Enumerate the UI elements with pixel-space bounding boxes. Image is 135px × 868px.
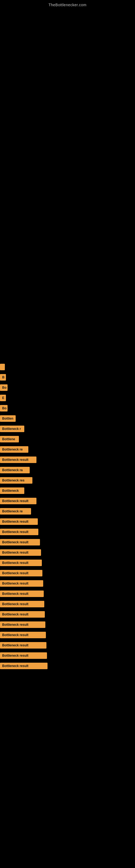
result-label: Bottleneck result [0,518,38,525]
result-label: Bottleneck result [0,621,45,628]
bottleneck-row-16[interactable]: Bottleneck result [0,518,135,526]
result-label: Bottleneck result [0,611,45,618]
bottleneck-row-10[interactable]: Bottleneck result [0,457,135,464]
result-label [0,364,5,370]
result-label: Bottleneck ra [0,467,30,473]
bottleneck-row-15[interactable]: Bottleneck re [0,508,135,516]
result-label: Bottleneck result [0,580,43,587]
bottleneck-row-24[interactable]: Bottleneck result [0,601,135,609]
bottleneck-row-7[interactable]: Bottleneck r [0,426,135,433]
result-label: Bottleneck result [0,590,44,597]
result-label: B [0,374,6,380]
result-label: Bottleneck result [0,601,44,607]
bottleneck-row-30[interactable]: Bottleneck result [0,663,135,670]
bottleneck-row-2[interactable]: B [0,374,135,382]
bottleneck-row-4[interactable]: E [0,395,135,402]
bottleneck-row-29[interactable]: Bottleneck result [0,652,135,660]
bottleneck-row-12[interactable]: Bottleneck res [0,477,135,485]
result-label: Bottleneck result [0,632,46,638]
result-label: Bottlene [0,436,19,442]
bottleneck-row-8[interactable]: Bottlene [0,436,135,443]
result-label: Bottlen [0,415,16,422]
result-label: Bottleneck result [0,498,37,504]
result-label: Bottleneck result [0,539,40,546]
bottleneck-row-27[interactable]: Bottleneck result [0,632,135,639]
result-label: Bottleneck result [0,560,42,566]
chart-area [0,8,135,361]
result-label: Bottleneck result [0,570,42,577]
bottleneck-row-5[interactable]: Bo [0,405,135,412]
bottleneck-row-25[interactable]: Bottleneck result [0,611,135,619]
bottleneck-row-23[interactable]: Bottleneck result [0,590,135,598]
result-label: E [0,395,6,401]
result-label: Bottleneck result [0,457,37,463]
site-title: TheBottlenecker.com [0,0,135,8]
result-label: Bo [0,405,8,411]
result-label: Bottleneck result [0,642,46,649]
result-label: Bo [0,384,8,391]
result-label: Bottleneck re [0,508,31,515]
result-label: Bottleneck r [0,426,24,432]
bottleneck-row-1[interactable] [0,364,135,371]
result-label: Bottleneck res [0,477,32,484]
bottleneck-row-9[interactable]: Bottleneck re [0,446,135,454]
bottleneck-row-20[interactable]: Bottleneck result [0,560,135,567]
bottleneck-row-28[interactable]: Bottleneck result [0,642,135,650]
bottleneck-row-26[interactable]: Bottleneck result [0,621,135,629]
result-label: Bottleneck [0,488,24,494]
bottleneck-list: B Bo E Bo Bottlen Bottleneck r Bottlene … [0,364,135,678]
bottleneck-row-19[interactable]: Bottleneck result [0,549,135,557]
result-label: Bottleneck result [0,652,47,659]
bottleneck-row-6[interactable]: Bottlen [0,415,135,423]
bottleneck-row-3[interactable]: Bo [0,384,135,392]
bottleneck-row-18[interactable]: Bottleneck result [0,539,135,547]
bottleneck-row-11[interactable]: Bottleneck ra [0,467,135,474]
bottleneck-row-14[interactable]: Bottleneck result [0,498,135,505]
result-label: Bottleneck result [0,529,38,535]
bottleneck-row-17[interactable]: Bottleneck result [0,529,135,536]
result-label: Bottleneck result [0,549,41,556]
bottleneck-row-22[interactable]: Bottleneck result [0,580,135,588]
bottleneck-row-13[interactable]: Bottleneck [0,488,135,495]
bottleneck-row-21[interactable]: Bottleneck result [0,570,135,578]
result-label: Bottleneck re [0,446,28,453]
result-label: Bottleneck result [0,663,48,669]
site-header: TheBottlenecker.com [0,0,135,8]
